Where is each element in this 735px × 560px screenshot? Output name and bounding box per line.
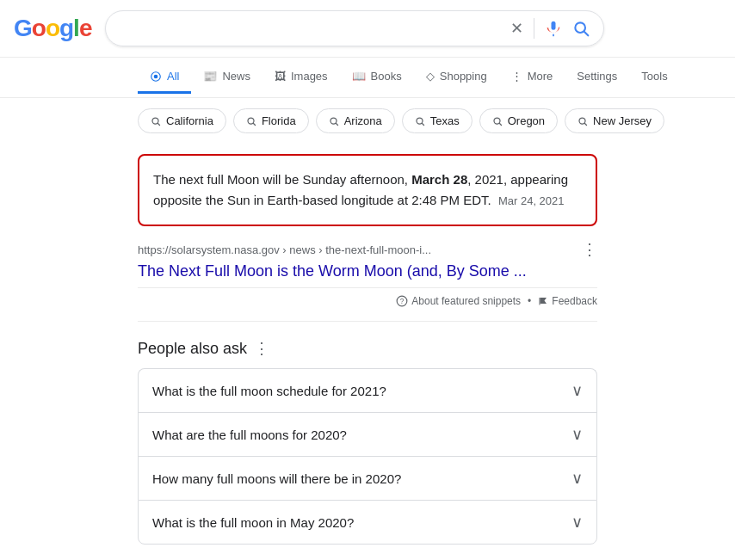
chip-oregon[interactable]: Oregon <box>479 108 558 133</box>
tab-all[interactable]: All <box>138 61 191 94</box>
result-source-row: https://solarsystem.nasa.gov › news › th… <box>138 240 597 259</box>
result-url: https://solarsystem.nasa.gov › news › th… <box>138 243 431 256</box>
mic-icon <box>545 20 562 37</box>
nav-tabs: All 📰 News 🖼 Images 📖 Books ◇ Shopping ⋮… <box>0 58 735 98</box>
chip-texas[interactable]: Texas <box>402 108 472 133</box>
svg-line-2 <box>584 32 589 36</box>
chevron-down-icon: ∨ <box>571 425 583 444</box>
divider <box>138 321 597 322</box>
snippet-date: Mar 24, 2021 <box>498 194 565 207</box>
more-icon: ⋮ <box>511 70 522 83</box>
paa-item-0: What is the full moon schedule for 2021?… <box>138 368 597 412</box>
flag-icon <box>538 296 548 306</box>
main-content: The next full Moon will be Sunday aftern… <box>0 144 735 555</box>
tab-settings[interactable]: Settings <box>565 61 629 94</box>
chip-california[interactable]: California <box>138 108 226 133</box>
result-title[interactable]: The Next Full Moon is the Worm Moon (and… <box>138 262 597 280</box>
chip-search-icon <box>415 116 425 126</box>
paa-item-1: What are the full moons for 2020? ∨ <box>138 412 597 456</box>
svg-line-14 <box>499 123 501 125</box>
chip-arizona[interactable]: Arizona <box>316 108 395 133</box>
tab-images[interactable]: 🖼 Images <box>262 61 340 94</box>
chip-search-icon <box>578 116 588 126</box>
question-icon: ? <box>396 295 408 307</box>
search-icon <box>572 20 590 37</box>
paa-question-3[interactable]: What is the full moon in May 2020? ∨ <box>139 501 596 544</box>
paa-item-2: How many full moons will there be in 202… <box>138 456 597 500</box>
images-icon: 🖼 <box>275 70 286 83</box>
paa-header: People also ask ⋮ <box>138 339 597 358</box>
about-snippets-link[interactable]: ? About featured snippets <box>396 295 521 307</box>
svg-line-8 <box>253 123 255 125</box>
chevron-down-icon: ∨ <box>571 513 583 532</box>
paa-item-3: What is the full moon in May 2020? ∨ <box>138 500 597 545</box>
snippet-text: The next full Moon will be Sunday aftern… <box>153 169 582 211</box>
svg-line-12 <box>422 123 423 125</box>
chip-search-icon <box>492 116 503 126</box>
svg-line-16 <box>584 123 586 125</box>
svg-rect-0 <box>553 34 555 37</box>
search-input[interactable]: when is the next full moon <box>120 21 503 36</box>
chip-florida[interactable]: Florida <box>233 108 309 133</box>
result-more-button[interactable]: ⋮ <box>582 240 597 259</box>
tab-books[interactable]: 📖 Books <box>340 61 414 94</box>
svg-rect-19 <box>540 298 540 305</box>
news-icon: 📰 <box>203 70 217 83</box>
svg-marker-20 <box>540 298 547 304</box>
snippet-info-row: ? About featured snippets • Feedback <box>138 287 597 314</box>
divider <box>534 18 534 39</box>
people-also-ask-section: People also ask ⋮ What is the full moon … <box>138 339 597 545</box>
clear-button[interactable]: ✕ <box>510 19 523 38</box>
chip-search-icon <box>246 116 256 126</box>
google-logo: Google <box>14 15 91 42</box>
mic-button[interactable] <box>545 20 562 37</box>
chip-new-jersey[interactable]: New Jersey <box>565 108 664 133</box>
shopping-icon: ◇ <box>426 70 435 83</box>
all-icon <box>150 71 162 83</box>
svg-line-6 <box>158 123 159 125</box>
search-button[interactable] <box>572 20 590 37</box>
paa-question-2[interactable]: How many full moons will there be in 202… <box>139 457 596 500</box>
tab-shopping[interactable]: ◇ Shopping <box>414 61 499 94</box>
chevron-down-icon: ∨ <box>571 381 583 400</box>
paa-question-0[interactable]: What is the full moon schedule for 2021?… <box>139 369 596 412</box>
chevron-down-icon: ∨ <box>571 469 583 488</box>
tab-news[interactable]: 📰 News <box>191 61 262 94</box>
chip-search-icon <box>151 116 161 126</box>
svg-point-4 <box>154 74 158 78</box>
feedback-link-top[interactable]: Feedback <box>538 295 597 307</box>
paa-question-1[interactable]: What are the full moons for 2020? ∨ <box>139 413 596 456</box>
header: Google when is the next full moon ✕ <box>0 0 735 58</box>
tab-tools[interactable]: Tools <box>629 61 679 94</box>
paa-more-button[interactable]: ⋮ <box>254 339 269 358</box>
chip-search-icon <box>329 116 339 126</box>
search-bar: when is the next full moon ✕ <box>105 10 604 46</box>
books-icon: 📖 <box>352 70 366 83</box>
featured-snippet: The next full Moon will be Sunday aftern… <box>138 154 597 226</box>
svg-line-10 <box>336 123 337 125</box>
tab-more[interactable]: ⋮ More <box>499 61 565 94</box>
filter-chips: California Florida Arizona Texas Oregon … <box>0 98 735 144</box>
svg-text:?: ? <box>400 298 405 305</box>
